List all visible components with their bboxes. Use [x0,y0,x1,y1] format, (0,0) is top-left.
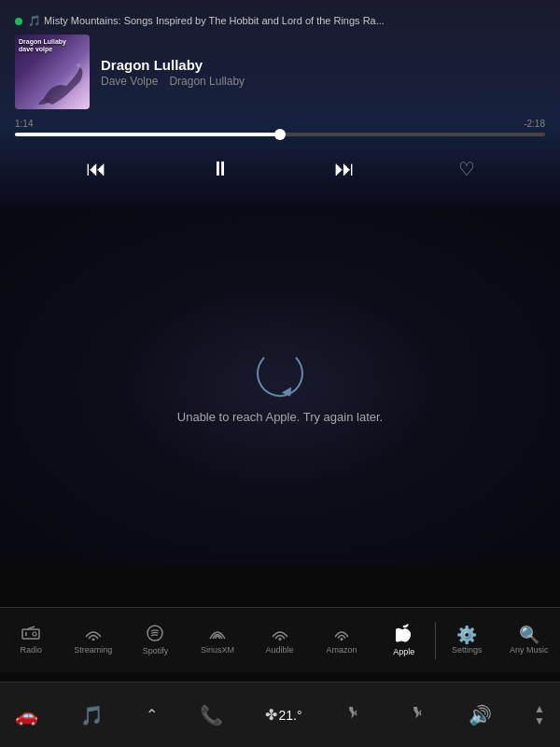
settings-label: Settings [452,645,483,655]
progress-thumb [274,129,286,140]
nav-item-settings[interactable]: ⚙️ Settings [436,623,498,658]
amazon-icon [332,626,351,643]
error-container: Unable to reach Apple. Try again later. [177,350,383,424]
track-name: Dragon Lullaby [101,57,545,73]
streaming-icon [84,626,103,643]
audible-label: Audible [266,645,294,655]
progress-bar-fill [15,133,280,136]
pause-button[interactable]: ⏸ [204,151,236,187]
svg-point-6 [278,638,281,641]
artist-name: Dave Volpe [101,75,158,88]
time-current: 1:14 [15,119,33,129]
temperature-label: 21.° [279,708,302,723]
like-button[interactable]: ♡ [453,152,481,186]
nav-item-amazon[interactable]: Amazon [311,622,373,658]
apple-label: Apple [393,647,414,656]
reload-icon[interactable] [257,350,303,397]
bottom-nav: Radio Streaming Spotify SiriusXM Audible [0,607,560,672]
fan-icon: ✤ [265,706,277,724]
album-art-text: Dragon Lullabydave volpe [19,38,66,54]
sys-volume[interactable]: 🔊 [469,704,492,726]
svg-point-0 [77,63,80,67]
any-music-icon: 🔍 [519,627,539,643]
sys-seat-heat-left[interactable] [343,703,364,727]
sys-phone[interactable]: 📞 [200,704,223,726]
main-content: Unable to reach Apple. Try again later. [0,209,560,564]
nav-item-streaming[interactable]: Streaming [63,622,125,658]
phone-icon: 📞 [200,704,223,726]
chevron-section[interactable]: ▲ ▼ [534,703,545,726]
nav-items: Radio Streaming Spotify SiriusXM Audible [0,620,560,660]
apple-icon [396,624,413,645]
volume-icon: 🔊 [469,704,492,726]
siriusxm-label: SiriusXM [201,645,234,655]
track-info-row: Dragon Lullabydave volpe Dragon Lullaby … [15,35,545,109]
playlist-row: 🎵 Misty Mountains: Songs Inspired by The… [15,15,545,27]
nav-item-any-music[interactable]: 🔍 Any Music [498,623,561,658]
chevron-up-icon: ▲ [534,703,545,714]
svg-point-7 [341,638,343,641]
nav-item-audible[interactable]: Audible [248,622,311,658]
prev-button[interactable]: ⏮ [80,151,112,187]
siriusxm-icon [208,626,227,643]
album-art: Dragon Lullabydave volpe [15,35,90,109]
radio-label: Radio [21,645,43,655]
sys-music[interactable]: 🎵 [80,704,104,726]
progress-times: 1:14 -2:18 [15,119,545,129]
streaming-label: Streaming [74,645,112,655]
now-playing-header: 🎵 Misty Mountains: Songs Inspired by The… [0,0,560,209]
amazon-label: Amazon [327,645,357,655]
controls-row: ⏮ ⏸ ⏭ ♡ [15,148,545,190]
playlist-title: 🎵 Misty Mountains: Songs Inspired by The… [28,15,385,27]
sys-seat-heat-right[interactable] [406,703,427,727]
next-button[interactable]: ⏭ [329,151,360,187]
seat-heat-right-icon [406,703,427,727]
seat-heat-left-icon [343,703,364,727]
radio-icon [21,626,40,643]
spotify-label: Spotify [143,646,169,655]
system-bar: 🚗 🎵 ⌃ 📞 ✤ 21.° 🔊 ▲ ▼ [0,682,560,747]
car-icon: 🚗 [15,704,38,726]
nav-item-siriusxm[interactable]: SiriusXM [187,622,249,658]
nav-item-radio[interactable]: Radio [0,622,63,658]
expand-icon: ⌃ [146,706,158,724]
svg-point-2 [33,632,36,636]
progress-bar[interactable] [15,133,545,136]
nav-item-apple[interactable]: Apple [372,620,435,660]
error-message: Unable to reach Apple. Try again later. [177,410,383,424]
nav-item-spotify[interactable]: Spotify [124,621,187,659]
sys-climate[interactable]: ✤ 21.° [265,706,302,724]
chevron-down-icon: ▼ [534,715,545,726]
album-name: Dragon Lullaby [169,75,245,88]
svg-point-4 [91,639,94,641]
time-total: -2:18 [524,119,545,129]
track-details: Dragon Lullaby Dave Volpe Dragon Lullaby [101,57,545,88]
progress-section: 1:14 -2:18 [15,119,545,136]
audible-icon [271,626,289,643]
svg-point-5 [147,626,162,641]
playing-indicator [15,18,22,25]
artist-album-row: Dave Volpe Dragon Lullaby [101,75,545,88]
sys-car[interactable]: 🚗 [15,704,38,726]
settings-icon: ⚙️ [456,627,477,643]
any-music-label: Any Music [510,645,549,655]
music-icon: 🎵 [80,704,104,726]
sys-expand[interactable]: ⌃ [146,706,158,724]
spotify-icon [147,625,163,644]
album-art-dragon-svg [34,53,90,109]
